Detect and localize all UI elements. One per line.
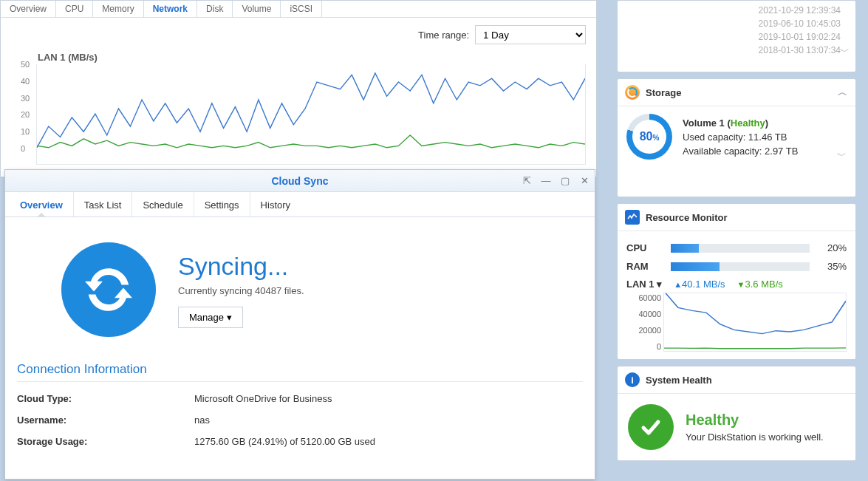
sync-icon xyxy=(61,242,156,337)
cloud-sync-tabs: Overview Task List Schedule Settings His… xyxy=(5,192,595,217)
health-title: System Health xyxy=(646,375,712,386)
log-row: 2019-10-01 19:02:24 xyxy=(619,30,854,44)
sidebar: 2021-10-29 12:39:34 2019-06-10 10:45:03 … xyxy=(617,0,856,461)
chevron-down-icon[interactable]: ﹀ xyxy=(837,149,847,163)
time-range-label: Time range: xyxy=(418,30,469,41)
storage-info: Volume 1 (Healthy) Used capacity: 11.46 … xyxy=(683,116,798,158)
cs-tab-settings[interactable]: Settings xyxy=(194,192,250,216)
storage-donut: 80% xyxy=(626,114,672,160)
lan-chart: 50403020100 220002040608101214161820 xyxy=(36,64,586,165)
kv-storage-usage: Storage Usage:1275.60 GB (24.91%) of 512… xyxy=(17,431,583,452)
tab-cpu[interactable]: CPU xyxy=(56,1,93,17)
info-icon: i xyxy=(625,372,640,387)
cloud-sync-titlebar[interactable]: Cloud Sync ⇱ — ▢ ✕ xyxy=(5,170,595,192)
tab-iscsi[interactable]: iSCSI xyxy=(281,1,322,17)
manage-button[interactable]: Manage ▾ xyxy=(178,307,243,328)
health-header: i System Health xyxy=(618,366,855,394)
sync-status-sub: Currently syncing 40487 files. xyxy=(178,285,304,296)
log-row: 2021-10-29 12:39:34 xyxy=(619,4,854,17)
cs-tab-schedule[interactable]: Schedule xyxy=(132,192,194,216)
storage-widget: Storage ︿ 80% Volume 1 (Healthy) Used ca… xyxy=(617,78,856,197)
health-sub: Your DiskStation is working well. xyxy=(686,431,824,443)
divider xyxy=(17,381,583,382)
cs-tab-overview[interactable]: Overview xyxy=(10,192,74,216)
tab-overview[interactable]: Overview xyxy=(1,1,56,17)
cloud-sync-window: Cloud Sync ⇱ — ▢ ✕ Overview Task List Sc… xyxy=(4,169,595,480)
mini-lan-chart: 6000040000200000 xyxy=(663,293,847,352)
sync-status-title: Syncing... xyxy=(178,252,304,281)
resource-monitor-window: Overview CPU Memory Network Disk Volume … xyxy=(0,0,597,177)
checkmark-icon xyxy=(628,404,674,450)
kv-cloud-type: Cloud Type:Microsoft OneDrive for Busine… xyxy=(17,388,583,409)
connection-info-heading: Connection Information xyxy=(17,362,583,377)
log-widget: 2021-10-29 12:39:34 2019-06-10 10:45:03 … xyxy=(617,0,856,72)
cpu-row: CPU 20% xyxy=(626,239,847,257)
cs-tab-history[interactable]: History xyxy=(250,192,301,216)
log-row: 2018-01-30 13:07:34 xyxy=(619,44,854,57)
rmon-header: Resource Monitor xyxy=(618,204,855,231)
maximize-icon[interactable]: ▢ xyxy=(559,174,571,186)
kv-username: Username:nas xyxy=(17,409,583,431)
time-range-select[interactable]: 1 Day xyxy=(475,25,586,44)
ram-row: RAM 35% xyxy=(626,257,847,276)
log-row: 2019-06-10 10:45:03 xyxy=(619,17,854,30)
system-health-widget: i System Health Healthy Your DiskStation… xyxy=(617,366,856,461)
close-icon[interactable]: ✕ xyxy=(578,174,590,186)
minimize-icon[interactable]: — xyxy=(540,174,552,186)
lan-row: LAN 1 ▾ ▲40.1 MB/s ▼3.6 MB/s xyxy=(626,276,847,290)
storage-title: Storage xyxy=(646,87,681,98)
cs-tab-task-list[interactable]: Task List xyxy=(74,192,133,216)
tab-volume[interactable]: Volume xyxy=(233,1,281,17)
tab-memory[interactable]: Memory xyxy=(93,1,143,17)
storage-icon xyxy=(625,85,640,100)
cloud-sync-title: Cloud Sync xyxy=(271,175,328,187)
resource-monitor-widget: Resource Monitor CPU 20% RAM 35% LAN 1 ▾… xyxy=(617,203,856,360)
lan-chart-title: LAN 1 (MB/s) xyxy=(1,52,596,64)
rmon-title: Resource Monitor xyxy=(646,212,728,223)
tab-disk[interactable]: Disk xyxy=(197,1,233,17)
chevron-down-icon[interactable]: ﹀ xyxy=(840,45,850,58)
tab-network[interactable]: Network xyxy=(144,1,197,17)
resource-monitor-icon xyxy=(625,210,640,225)
health-status: Healthy xyxy=(686,412,824,429)
download-arrow-icon: ▼ xyxy=(737,280,745,289)
lan-chart-yaxis: 50403020100 xyxy=(21,60,30,153)
pin-icon[interactable]: ⇱ xyxy=(521,174,533,186)
chevron-up-icon[interactable]: ︿ xyxy=(838,86,847,99)
storage-header: Storage ︿ xyxy=(618,79,855,106)
upload-arrow-icon: ▲ xyxy=(674,280,682,289)
rm-tabs: Overview CPU Memory Network Disk Volume … xyxy=(1,1,596,18)
